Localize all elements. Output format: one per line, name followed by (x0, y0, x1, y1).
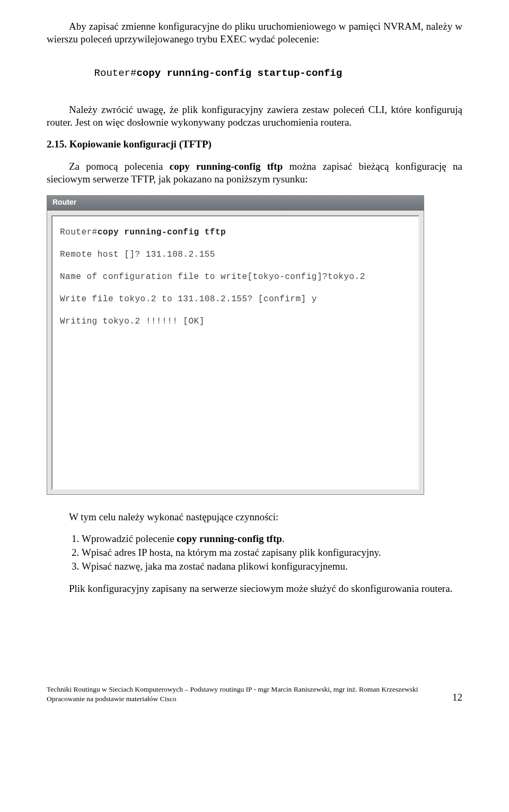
terminal-line: Writing tokyo.2 !!!!!! [OK] (60, 316, 411, 327)
command-line-1: Router#copy running-config startup-confi… (70, 55, 462, 93)
terminal-prompt: Router# (60, 228, 98, 237)
list-item: Wpisać adres IP hosta, na którym ma zost… (82, 546, 462, 559)
terminal-content: Router#copy running-config tftp Remote h… (51, 215, 419, 490)
paragraph-note: Należy zwrócić uwagę, że plik konfigurac… (47, 103, 462, 129)
terminal-window: Router Router#copy running-config tftp R… (47, 195, 424, 495)
terminal-line: Remote host []? 131.108.2.155 (60, 249, 411, 260)
page-footer: Techniki Routingu w Sieciach Komputerowy… (47, 685, 462, 703)
text-run: Wprowadzić polecenie (82, 533, 177, 544)
paragraph-intro: Aby zapisać zmienne konfiguracyjne do pl… (47, 20, 462, 46)
list-item: Wpisać nazwę, jaka ma zostać nadana plik… (82, 560, 462, 573)
text-run: Za pomocą polecenia (69, 161, 170, 172)
steps-list: Wprowadzić polecenie copy running-config… (70, 532, 462, 572)
terminal-line: Name of configuration file to write[toky… (60, 272, 411, 282)
text-run: . (282, 533, 285, 544)
terminal-line: Router#copy running-config tftp (60, 227, 411, 238)
command-inline: copy running-config tftp (170, 161, 283, 172)
paragraph-tftp: Za pomocą polecenia copy running-config … (47, 160, 462, 186)
command-prompt: Router# (94, 67, 137, 79)
command-inline: copy running-config tftp (177, 533, 282, 544)
paragraph-closing: Plik konfiguracyjny zapisany na serwerze… (47, 582, 462, 595)
document-page: Aby zapisać zmienne konfiguracyjne do pl… (0, 0, 509, 719)
footer-text: Techniki Routingu w Sieciach Komputerowy… (47, 685, 418, 703)
section-heading: 2.15. Kopiowanie konfiguracji (TFTP) (47, 138, 462, 151)
command-text: copy running-config startup-config (136, 67, 342, 79)
list-item: Wprowadzić polecenie copy running-config… (82, 532, 462, 545)
terminal-titlebar: Router (47, 196, 424, 211)
page-number: 12 (452, 691, 462, 704)
footer-line: Techniki Routingu w Sieciach Komputerowy… (47, 685, 418, 694)
footer-line: Opracowanie na podstawie materiałów Cisc… (47, 694, 418, 704)
terminal-frame: Router#copy running-config tftp Remote h… (47, 211, 424, 494)
terminal-line: Write file tokyo.2 to 131.108.2.155? [co… (60, 294, 411, 304)
paragraph-steps-intro: W tym celu należy wykonać następujące cz… (47, 511, 462, 523)
terminal-command: copy running-config tftp (98, 228, 226, 237)
terminal-title: Router (52, 198, 76, 206)
